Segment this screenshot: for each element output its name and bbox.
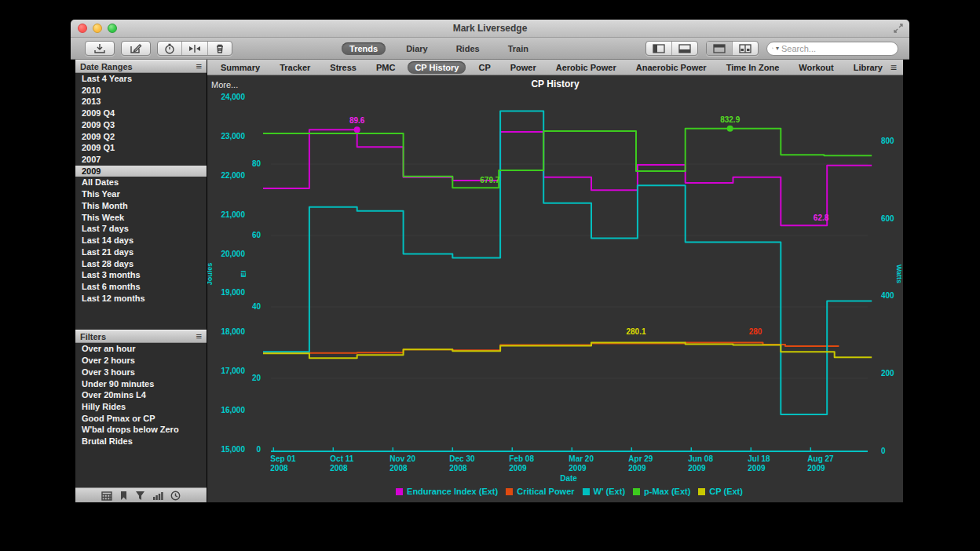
svg-text:Aug 272009: Aug 272009 xyxy=(807,454,834,473)
view-rides[interactable]: Rides xyxy=(448,42,488,55)
tab-library[interactable]: Library xyxy=(847,61,890,74)
tab-power[interactable]: Power xyxy=(503,61,543,74)
date-range-item[interactable]: 2009 Q2 xyxy=(75,131,207,143)
legend-label: Endurance Index (Ext) xyxy=(407,487,498,496)
app-window: Mark Liversedge TrendsDiar xyxy=(71,20,909,502)
filters-menu-icon[interactable]: ≡ xyxy=(196,330,202,342)
download-button[interactable] xyxy=(85,41,115,56)
tab-anaerobic-power[interactable]: Anaerobic Power xyxy=(629,61,714,74)
tab-workout[interactable]: Workout xyxy=(792,61,840,74)
download-icon xyxy=(93,43,106,54)
ride-tool-group xyxy=(157,41,232,56)
tab-stress[interactable]: Stress xyxy=(323,61,364,74)
svg-text:22,000: 22,000 xyxy=(221,171,245,180)
date-range-item[interactable]: 2009 Q4 xyxy=(75,108,207,119)
filter-item[interactable]: Good Pmax or CP xyxy=(75,413,207,425)
date-range-item[interactable]: This Year xyxy=(75,188,207,200)
svg-text:20: 20 xyxy=(252,374,261,382)
date-range-item[interactable]: 2009 Q3 xyxy=(75,119,207,131)
date-range-item[interactable]: 2009 Q1 xyxy=(75,142,207,154)
view-diary[interactable]: Diary xyxy=(398,42,436,55)
tabbed-view-button[interactable] xyxy=(707,42,733,55)
legend-label: Critical Power xyxy=(517,487,574,496)
view-train[interactable]: Train xyxy=(500,42,536,55)
date-range-item[interactable]: Last 3 months xyxy=(75,269,207,281)
clock-icon[interactable] xyxy=(170,491,181,501)
date-range-item[interactable]: This Month xyxy=(75,200,207,212)
filter-item[interactable]: Over 20mins L4 xyxy=(75,389,207,401)
legend-swatch xyxy=(698,488,705,495)
svg-text:80: 80 xyxy=(252,159,261,168)
tab-summary[interactable]: Summary xyxy=(214,61,267,74)
svg-text:21,000: 21,000 xyxy=(221,210,245,219)
window-content: Date Ranges ≡ Last 4 Years201020132009 Q… xyxy=(71,60,909,502)
window-title: Mark Liversedge xyxy=(71,23,909,34)
date-range-item[interactable]: 2007 xyxy=(75,154,207,166)
title-bar[interactable]: Mark Liversedge xyxy=(71,20,909,38)
legend-label: p-Max (Ext) xyxy=(644,487,690,496)
tab-aerobic-power[interactable]: Aerobic Power xyxy=(549,61,623,74)
date-range-item[interactable]: Last 7 days xyxy=(75,223,207,235)
tab-cp[interactable]: CP xyxy=(471,61,497,74)
search-input[interactable] xyxy=(781,44,893,53)
tabbar-menu-icon[interactable]: ≡ xyxy=(890,61,897,74)
bookmark-icon[interactable] xyxy=(119,491,128,501)
tab-cp-history[interactable]: CP History xyxy=(408,61,466,74)
fullscreen-icon[interactable] xyxy=(894,24,903,33)
svg-text:15,000: 15,000 xyxy=(221,445,245,454)
tab-pmc[interactable]: PMC xyxy=(369,61,402,74)
chart-icon[interactable] xyxy=(152,491,163,501)
date-range-item[interactable]: 2013 xyxy=(75,96,207,108)
svg-text:0: 0 xyxy=(256,445,261,454)
tab-tracker[interactable]: Tracker xyxy=(272,61,317,74)
date-range-item[interactable]: Last 28 days xyxy=(75,258,207,270)
date-range-item[interactable]: 2010 xyxy=(75,85,207,97)
minimize-icon[interactable] xyxy=(93,24,102,33)
filter-item[interactable]: Hilly Rides xyxy=(75,401,207,413)
sidebar-toggle-button[interactable] xyxy=(646,42,672,55)
legend-swatch xyxy=(583,488,590,495)
date-range-item[interactable]: Last 14 days xyxy=(75,235,207,246)
data-label: 280.1 xyxy=(626,327,645,336)
manual-entry-button[interactable] xyxy=(121,41,151,56)
legend-item-endurance-index-ext: Endurance Index (Ext) xyxy=(396,487,498,496)
filter-item[interactable]: Over 3 hours xyxy=(75,367,207,378)
zoom-icon[interactable] xyxy=(108,24,117,33)
date-range-item[interactable]: Last 21 days xyxy=(75,246,207,258)
lowbar-toggle-button[interactable] xyxy=(672,42,697,55)
tiled-view-button[interactable] xyxy=(733,42,758,55)
filter-item[interactable]: Over an hour xyxy=(75,343,207,355)
filter-icon[interactable] xyxy=(135,491,145,501)
filter-item[interactable]: Under 90 minutes xyxy=(75,378,207,390)
svg-text:Apr 292009: Apr 292009 xyxy=(628,454,653,473)
svg-text:600: 600 xyxy=(881,214,894,223)
delete-ride-button[interactable] xyxy=(208,42,232,55)
stopwatch-button[interactable] xyxy=(158,42,182,55)
svg-text:20,000: 20,000 xyxy=(221,250,245,258)
view-switcher: TrendsDiaryRidesTrain xyxy=(342,42,536,55)
filter-item[interactable]: Brutal Rides xyxy=(75,436,207,447)
svg-text:18,000: 18,000 xyxy=(221,327,245,336)
date-range-item[interactable]: All Dates xyxy=(75,177,207,188)
marker-p-max-ext xyxy=(727,126,733,132)
date-range-item[interactable]: Last 4 Years xyxy=(75,73,207,85)
date-range-item[interactable]: Last 12 months xyxy=(75,293,207,305)
filter-item[interactable]: Over 2 hours xyxy=(75,355,207,367)
date-range-item[interactable]: This Week xyxy=(75,212,207,224)
sidebar-toggle-icon xyxy=(653,44,665,53)
date-range-item[interactable]: 2009 xyxy=(75,166,207,177)
view-trends[interactable]: Trends xyxy=(342,42,386,55)
search-field[interactable]: ▾ xyxy=(766,42,898,56)
tab-time-in-zone[interactable]: Time In Zone xyxy=(719,61,787,74)
filter-item[interactable]: W'bal drops below Zero xyxy=(75,424,207,436)
legend-swatch xyxy=(633,488,640,495)
series-w-ext xyxy=(263,111,872,414)
search-scope-chevron-icon[interactable]: ▾ xyxy=(776,45,779,52)
filters-header: Filters ≡ xyxy=(75,330,207,343)
date-ranges-menu-icon[interactable]: ≡ xyxy=(196,60,202,72)
date-range-item[interactable]: Last 6 months xyxy=(75,281,207,293)
close-icon[interactable] xyxy=(78,24,87,33)
calendar-icon[interactable] xyxy=(101,491,112,501)
split-ride-button[interactable] xyxy=(182,42,208,55)
legend-item-cp-ext: CP (Ext) xyxy=(698,487,743,496)
